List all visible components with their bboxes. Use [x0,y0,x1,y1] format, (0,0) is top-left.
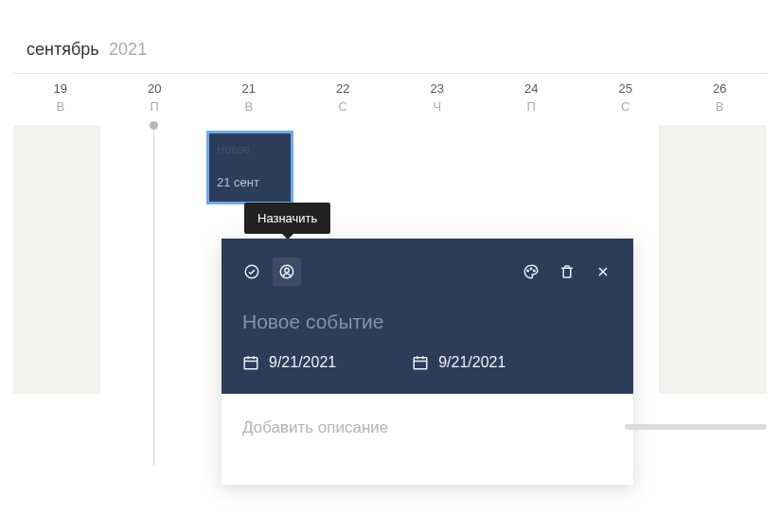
today-line [153,125,154,466]
day-column[interactable]: 26 В [673,81,768,114]
days-row: 19 В 20 П 21 В 22 С 23 Ч 24 П 25 С 26 В [0,74,780,114]
end-date-field[interactable]: 9/21/2021 [412,354,505,371]
event-chip-date: 21 сент [217,175,283,189]
day-of-week: В [202,99,296,114]
popover-header: Новое событие 9/21/2021 9/21/2021 [222,239,633,394]
month-label: сентябрь [27,40,99,59]
event-title[interactable]: Новое событие [242,310,612,333]
day-number: 19 [13,81,108,96]
assign-tooltip: Назначить [244,203,330,234]
svg-rect-7 [414,358,427,369]
calendar-icon [242,354,259,371]
svg-point-3 [527,270,529,272]
calendar-header: сентябрь 2021 [13,0,767,74]
event-chip[interactable]: Новое 21 сент [206,131,293,204]
day-of-week: В [673,99,768,114]
day-number: 22 [296,81,391,96]
day-column[interactable]: 22 С [296,81,391,114]
day-column[interactable]: 21 В [202,81,296,114]
day-number: 25 [578,81,673,96]
day-of-week: П [485,99,579,114]
day-number: 23 [390,81,485,96]
svg-point-0 [245,265,258,278]
day-number: 20 [108,81,203,96]
date-row: 9/21/2021 9/21/2021 [242,354,612,371]
tooltip-label: Назначить [257,211,317,225]
day-of-week: С [296,99,391,114]
today-dot [150,121,158,130]
day-of-week: Ч [390,99,485,114]
day-number: 24 [485,81,579,96]
start-date-value: 9/21/2021 [269,354,336,371]
svg-rect-6 [244,358,257,369]
event-popover: Новое событие 9/21/2021 9/21/2021 [222,239,633,485]
timeline-background [659,125,767,394]
start-date-field[interactable]: 9/21/2021 [242,354,336,371]
day-column[interactable]: 24 П [485,81,579,114]
event-chip-title: Новое [217,143,283,156]
timeline-area[interactable]: Новое 21 сент Назначить [13,117,767,458]
popover-body [222,394,633,485]
close-icon[interactable] [594,262,612,281]
end-date-value: 9/21/2021 [438,354,505,371]
year-label: 2021 [109,40,147,59]
palette-icon[interactable] [522,262,541,281]
day-column[interactable]: 19 В [13,81,108,114]
popover-toolbar [242,257,612,286]
horizontal-scrollbar[interactable] [625,424,767,430]
day-of-week: С [578,99,673,114]
assign-icon[interactable] [273,257,301,286]
calendar-icon [412,354,429,371]
day-column[interactable]: 23 Ч [390,81,485,114]
day-column[interactable]: 20 П [108,81,203,114]
svg-point-5 [534,270,536,272]
trash-icon[interactable] [558,262,576,281]
svg-point-4 [530,268,532,270]
day-number: 26 [673,81,768,96]
description-input[interactable] [242,418,612,437]
timeline-background [13,125,100,394]
svg-point-2 [285,268,290,273]
day-number: 21 [202,81,296,96]
day-of-week: В [13,99,108,114]
complete-icon[interactable] [242,262,261,281]
day-of-week: П [108,99,203,114]
day-column[interactable]: 25 С [578,81,673,114]
